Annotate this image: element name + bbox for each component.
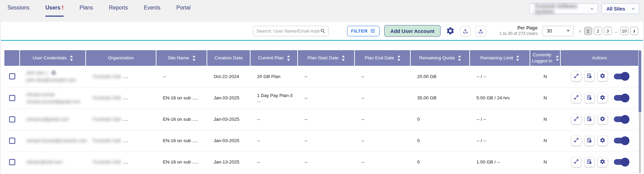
organization-cell: Truminds Soft .... xyxy=(86,151,156,173)
site-name-cell: EN-16 on sub ..... xyxy=(156,130,207,151)
sort-asc-icon[interactable] xyxy=(70,55,73,57)
gear-icon[interactable] xyxy=(445,26,455,36)
column-header-site-name[interactable]: Site Name xyxy=(156,50,207,66)
column-header-user-credentials[interactable]: User Credentials xyxy=(20,50,86,66)
sort-asc-icon[interactable] xyxy=(556,55,559,57)
sort-arrows-icon[interactable] xyxy=(516,55,519,61)
row-checkbox[interactable] xyxy=(9,138,15,144)
upload-button[interactable] xyxy=(460,26,471,36)
status-toggle[interactable] xyxy=(614,95,627,101)
organization-cell: Truminds Soft .... xyxy=(86,130,156,151)
gear-button[interactable] xyxy=(598,93,607,103)
sort-desc-icon[interactable] xyxy=(342,59,345,61)
gear-button[interactable] xyxy=(598,72,607,81)
column-header-current-plan[interactable]: Current Plan xyxy=(250,50,298,66)
plan-details-button[interactable] xyxy=(585,136,594,146)
tab-sessions[interactable]: Sessions xyxy=(7,5,29,17)
download-button[interactable] xyxy=(475,26,486,36)
users-table-wrap: User CredentialsOrganizationSite NameCre… xyxy=(4,50,640,173)
prev-page-button[interactable]: ‹ xyxy=(578,28,582,34)
sort-asc-icon[interactable] xyxy=(287,55,290,57)
sort-asc-icon[interactable] xyxy=(516,55,519,57)
table-row: shivam kumarshivam.kumar@gmail.comTrumin… xyxy=(4,87,638,109)
column-header-plan-start-date[interactable]: Plan Start Date xyxy=(298,50,355,66)
expand-icon xyxy=(574,116,579,122)
column-label: Remaining Limit xyxy=(480,55,513,61)
organization-cell: Truminds Soft .... xyxy=(86,87,156,109)
sort-desc-icon[interactable] xyxy=(458,59,461,61)
sort-arrows-icon[interactable] xyxy=(193,55,195,61)
row-checkbox[interactable] xyxy=(9,73,15,79)
plan-details-button[interactable] xyxy=(585,93,594,103)
plan-start-date-cell: -- xyxy=(298,109,355,130)
expand-button[interactable] xyxy=(572,136,581,146)
page-button-2[interactable]: 2 xyxy=(594,27,602,35)
column-header-remaining-limit[interactable]: Remaining Limit xyxy=(470,50,530,66)
sort-arrows-icon[interactable] xyxy=(556,55,559,61)
remaining-limit-cell: -- / -- xyxy=(470,66,530,87)
column-header-plan-end-date[interactable]: Plan End Date xyxy=(355,50,410,66)
sort-asc-icon[interactable] xyxy=(193,55,195,57)
tab-events[interactable]: Events xyxy=(144,5,160,17)
filter-button[interactable]: FILTER xyxy=(347,26,380,36)
row-checkbox[interactable] xyxy=(9,95,15,101)
sort-desc-icon[interactable] xyxy=(398,59,400,61)
status-toggle[interactable] xyxy=(614,159,627,165)
sort-desc-icon[interactable] xyxy=(70,59,73,61)
expand-button[interactable] xyxy=(572,72,581,81)
search-input[interactable] xyxy=(257,28,320,34)
sort-arrows-icon[interactable] xyxy=(458,55,461,61)
sort-desc-icon[interactable] xyxy=(516,59,519,61)
company-dropdown[interactable]: Truminds Software Systems xyxy=(530,3,598,14)
all-sites-dropdown[interactable]: All Sites xyxy=(601,3,639,14)
column-header-currently-logged-in[interactable]: Currently Logged In xyxy=(530,50,560,66)
plan-end-date-cell: -- xyxy=(355,130,410,151)
tab-users[interactable]: Users! xyxy=(45,5,64,17)
column-header-remaining-quota[interactable]: Remaining Quota xyxy=(410,50,470,66)
nav-tabs: SessionsUsers!PlansReportsEventsPortal xyxy=(7,5,191,17)
page-button-1[interactable]: 1 xyxy=(584,27,592,35)
plan-details-button[interactable] xyxy=(585,115,594,124)
status-toggle[interactable] xyxy=(614,116,627,122)
scrollbar-track[interactable] xyxy=(639,113,641,173)
row-checkbox[interactable] xyxy=(9,116,15,122)
gear-button[interactable] xyxy=(598,136,607,146)
next-page-button[interactable]: › xyxy=(630,27,638,35)
sort-arrows-icon[interactable] xyxy=(70,55,73,61)
per-page-select[interactable]: 30 xyxy=(542,26,574,36)
page-button-10[interactable]: 10 xyxy=(620,27,628,35)
expand-button[interactable] xyxy=(572,157,581,167)
organization-ellipsis: .... xyxy=(122,95,128,100)
user-credentials-cell: shivam1@gmail.com xyxy=(20,109,86,130)
sort-desc-icon[interactable] xyxy=(287,59,290,61)
plan-end-date-cell: -- xyxy=(355,87,410,109)
expand-button[interactable] xyxy=(572,115,581,124)
add-user-account-button[interactable]: Add User Account xyxy=(384,25,441,37)
all-sites-dropdown-value: All Sites xyxy=(606,6,625,12)
column-label: Current Plan xyxy=(258,55,284,61)
gear-button[interactable] xyxy=(598,157,607,167)
row-checkbox[interactable] xyxy=(9,159,15,165)
gear-button[interactable] xyxy=(598,115,607,124)
status-toggle[interactable] xyxy=(614,74,627,79)
sort-arrows-icon[interactable] xyxy=(342,55,345,61)
sort-asc-icon[interactable] xyxy=(398,55,400,57)
search-icon[interactable] xyxy=(320,28,326,34)
sort-desc-icon[interactable] xyxy=(193,59,195,61)
tab-portal[interactable]: Portal xyxy=(176,5,191,17)
sort-asc-icon[interactable] xyxy=(458,55,461,57)
tab-plans[interactable]: Plans xyxy=(80,5,93,17)
scrollbar-thumb[interactable] xyxy=(639,50,641,113)
vertical-scrollbar[interactable] xyxy=(639,50,641,173)
sort-arrows-icon[interactable] xyxy=(287,55,290,61)
chevron-down-icon xyxy=(631,6,636,11)
status-toggle[interactable] xyxy=(614,138,627,143)
page-button-3[interactable]: 3 xyxy=(604,27,612,35)
sort-desc-icon[interactable] xyxy=(556,59,559,61)
tab-reports[interactable]: Reports xyxy=(109,5,128,17)
plan-details-button[interactable] xyxy=(585,72,594,81)
sort-arrows-icon[interactable] xyxy=(398,55,400,61)
sort-asc-icon[interactable] xyxy=(342,55,345,57)
expand-button[interactable] xyxy=(572,93,581,103)
plan-details-button[interactable] xyxy=(585,157,594,167)
